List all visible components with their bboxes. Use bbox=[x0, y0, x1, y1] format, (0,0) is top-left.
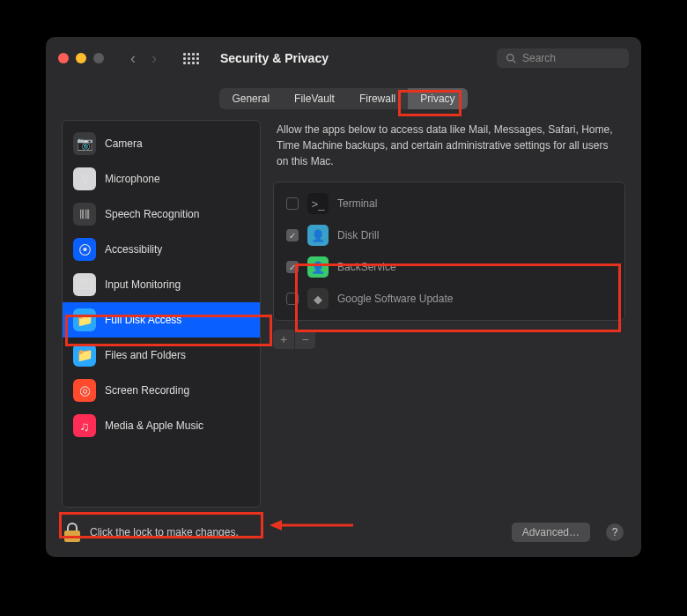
sidebar-item-accessibility[interactable]: ⦿Accessibility bbox=[63, 232, 260, 267]
sidebar-item-label: Input Monitoring bbox=[105, 278, 181, 291]
window-controls bbox=[58, 53, 104, 63]
app-checkbox[interactable] bbox=[286, 197, 299, 210]
app-row[interactable]: 👤BackService bbox=[274, 251, 624, 283]
sidebar-item-full-disk-access[interactable]: 📁Full Disk Access bbox=[63, 302, 260, 338]
lock-text: Click the lock to make changes. bbox=[90, 526, 503, 538]
app-name: Google Software Update bbox=[337, 293, 453, 305]
svg-point-0 bbox=[507, 54, 513, 60]
content: 📷Camera🎙Microphone⦀⦀Speech Recognition⦿A… bbox=[46, 120, 641, 508]
sidebar-item-label: Speech Recognition bbox=[105, 208, 199, 220]
sidebar-item-label: Microphone bbox=[105, 173, 160, 185]
sidebar-icon: ⌨ bbox=[73, 273, 96, 296]
maximize-icon bbox=[93, 53, 104, 63]
sidebar-item-input-monitoring[interactable]: ⌨Input Monitoring bbox=[63, 267, 260, 302]
lock-icon[interactable] bbox=[63, 523, 81, 542]
sidebar-item-microphone[interactable]: 🎙Microphone bbox=[63, 161, 260, 197]
app-checkbox[interactable] bbox=[286, 293, 299, 305]
close-icon[interactable] bbox=[58, 53, 69, 63]
app-icon: 👤 bbox=[307, 225, 329, 246]
sidebar-item-label: Full Disk Access bbox=[105, 314, 181, 326]
sidebar-item-label: Media & Apple Music bbox=[105, 419, 203, 432]
add-button: + bbox=[273, 330, 294, 349]
privacy-sidebar: 📷Camera🎙Microphone⦀⦀Speech Recognition⦿A… bbox=[62, 120, 261, 508]
sidebar-icon: 📁 bbox=[73, 308, 96, 331]
sidebar-item-speech-recognition[interactable]: ⦀⦀Speech Recognition bbox=[63, 197, 260, 232]
tabs: GeneralFileVaultFirewallPrivacy bbox=[219, 88, 467, 109]
search-icon bbox=[506, 53, 517, 64]
sidebar-icon: 🎙 bbox=[73, 167, 96, 190]
app-checkbox[interactable] bbox=[286, 261, 299, 273]
sidebar-icon: ⦀⦀ bbox=[73, 203, 96, 226]
sidebar-icon: 📷 bbox=[73, 132, 96, 155]
minimize-icon[interactable] bbox=[76, 53, 86, 63]
forward-button: › bbox=[144, 48, 164, 69]
svg-line-1 bbox=[513, 60, 515, 63]
app-name: BackService bbox=[337, 261, 396, 273]
app-row[interactable]: ◆Google Software Update bbox=[274, 283, 624, 315]
sidebar-item-files-and-folders[interactable]: 📁Files and Folders bbox=[63, 338, 260, 373]
nav-buttons: ‹ › bbox=[123, 48, 164, 69]
tab-general[interactable]: General bbox=[219, 88, 282, 109]
app-row[interactable]: 👤Disk Drill bbox=[274, 219, 624, 251]
app-name: Terminal bbox=[337, 197, 377, 210]
app-row[interactable]: >_Terminal bbox=[274, 188, 624, 219]
sidebar-icon: ◎ bbox=[73, 379, 96, 402]
sidebar-item-label: Accessibility bbox=[105, 243, 162, 256]
prefs-window: ‹ › Security & Privacy Search GeneralFil… bbox=[46, 37, 641, 557]
add-remove-group: + − bbox=[273, 330, 625, 349]
sidebar-icon: ♫ bbox=[73, 414, 96, 437]
sidebar-item-label: Camera bbox=[105, 137, 143, 150]
advanced-button[interactable]: Advanced… bbox=[512, 523, 590, 542]
remove-button: − bbox=[294, 330, 315, 349]
sidebar-icon: ⦿ bbox=[73, 238, 96, 261]
tab-filevault[interactable]: FileVault bbox=[282, 88, 347, 109]
sidebar-item-media-apple-music[interactable]: ♫Media & Apple Music bbox=[63, 408, 260, 443]
search-placeholder: Search bbox=[522, 52, 556, 64]
app-checkbox[interactable] bbox=[286, 229, 299, 241]
sidebar-item-camera[interactable]: 📷Camera bbox=[63, 126, 260, 161]
app-icon: >_ bbox=[307, 193, 329, 214]
sidebar-item-label: Files and Folders bbox=[105, 349, 186, 361]
app-list: >_Terminal👤Disk Drill👤BackService◆Google… bbox=[273, 182, 625, 321]
tab-privacy[interactable]: Privacy bbox=[408, 88, 467, 109]
help-button[interactable]: ? bbox=[606, 523, 624, 541]
back-button[interactable]: ‹ bbox=[123, 48, 143, 69]
sidebar-item-label: Screen Recording bbox=[105, 384, 189, 397]
show-all-button[interactable] bbox=[181, 48, 201, 68]
description-text: Allow the apps below to access data like… bbox=[273, 120, 625, 182]
tab-firewall[interactable]: Firewall bbox=[347, 88, 408, 109]
tabs-row: GeneralFileVaultFirewallPrivacy bbox=[46, 79, 641, 120]
window-title: Security & Privacy bbox=[220, 51, 488, 65]
app-icon: 👤 bbox=[307, 256, 329, 278]
sidebar-icon: 📁 bbox=[73, 344, 96, 367]
app-icon: ◆ bbox=[307, 288, 329, 309]
main-panel: Allow the apps below to access data like… bbox=[273, 120, 625, 508]
search-input[interactable]: Search bbox=[497, 48, 629, 68]
app-name: Disk Drill bbox=[337, 229, 379, 241]
footer: Click the lock to make changes. Advanced… bbox=[46, 508, 641, 557]
titlebar: ‹ › Security & Privacy Search bbox=[46, 37, 641, 79]
sidebar-item-screen-recording[interactable]: ◎Screen Recording bbox=[63, 373, 260, 408]
